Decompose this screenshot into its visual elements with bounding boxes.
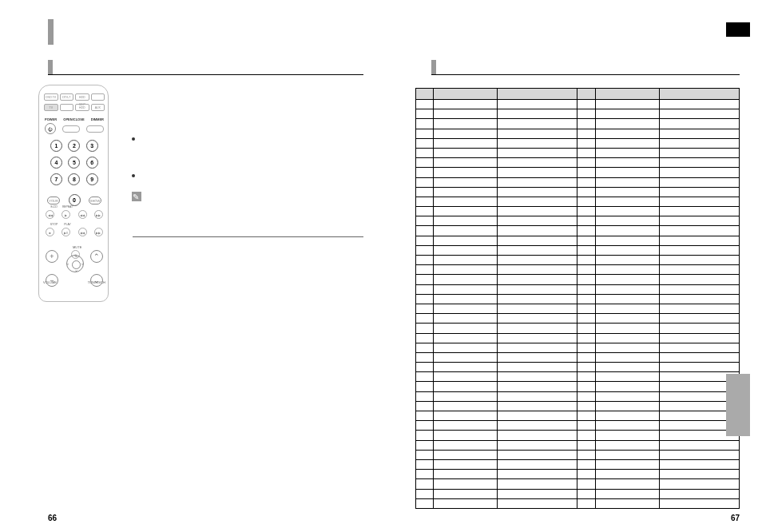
- remote-power-row: ⏻: [45, 123, 104, 134]
- remote-btn: AUX: [91, 104, 105, 111]
- table-cell: [498, 411, 577, 421]
- table-row: [416, 207, 740, 216]
- table-cell: [595, 304, 659, 313]
- table-row: [416, 168, 740, 177]
- num-7: 7: [50, 173, 62, 185]
- table-cell: [659, 207, 739, 216]
- table-cell: [577, 284, 595, 294]
- table-cell: [659, 187, 739, 197]
- table-cell: [416, 100, 434, 109]
- table-cell: [577, 382, 595, 391]
- table-cell: [416, 372, 434, 382]
- table-cell: [659, 275, 739, 284]
- th-no-1: [416, 89, 434, 100]
- table-cell: [498, 119, 577, 129]
- bullet-2: [132, 171, 363, 177]
- ch-down-icon: ⌄: [90, 274, 103, 287]
- table-cell: [416, 324, 434, 333]
- table-cell: [595, 333, 659, 343]
- table-row: [416, 216, 740, 226]
- table-cell: [498, 245, 577, 255]
- table-cell: [416, 119, 434, 129]
- table-row: [416, 324, 740, 333]
- table-cell: [577, 431, 595, 440]
- table-cell: [434, 148, 498, 157]
- table-cell: [577, 168, 595, 177]
- num-4: 4: [50, 157, 62, 169]
- remote-mid-row-2: ■ ▶II ◀◀ ▶▶: [46, 228, 103, 236]
- table-cell: [595, 314, 659, 324]
- table-cell: [416, 207, 434, 216]
- table-cell: [434, 256, 498, 265]
- note-row: [132, 192, 363, 201]
- table-cell: [498, 138, 577, 148]
- table-cell: [595, 100, 659, 109]
- table-cell: [595, 363, 659, 372]
- page-corner-mark: [726, 22, 750, 37]
- table-cell: [498, 459, 577, 469]
- table-cell: [434, 275, 498, 284]
- remote-btn: TV: [44, 104, 58, 111]
- table-cell: [416, 245, 434, 255]
- table-cell: [659, 265, 739, 275]
- table-cell: [595, 284, 659, 294]
- table-header-row: [416, 89, 740, 100]
- table-cell: [434, 421, 498, 431]
- remote-btn: ◀◀: [46, 210, 54, 219]
- table-cell: [416, 109, 434, 119]
- table-cell: [659, 148, 739, 157]
- table-cell: [434, 363, 498, 372]
- table-cell: [416, 304, 434, 313]
- table-row: [416, 236, 740, 245]
- table-row: [416, 109, 740, 119]
- table-cell: [498, 197, 577, 206]
- table-cell: [498, 431, 577, 440]
- remote-btn: HDD SKIP: [75, 93, 89, 101]
- table-row: [416, 459, 740, 469]
- vol-down-icon: −: [46, 274, 58, 287]
- table-cell: [595, 129, 659, 138]
- table-cell: [434, 109, 498, 119]
- left-body: [132, 134, 363, 201]
- table-cell: [577, 177, 595, 187]
- table-cell: [416, 421, 434, 431]
- power-label: POWER: [45, 117, 57, 121]
- table-cell: [595, 226, 659, 236]
- table-row: [416, 197, 740, 206]
- table-cell: [434, 100, 498, 109]
- table-cell: [498, 177, 577, 187]
- table-cell: [659, 363, 739, 372]
- table-cell: [498, 109, 577, 119]
- table-cell: [577, 245, 595, 255]
- table-row: [416, 343, 740, 352]
- table-row: [416, 294, 740, 304]
- table-row: [416, 431, 740, 440]
- table-row: [416, 265, 740, 275]
- table-cell: [595, 168, 659, 177]
- table-cell: [659, 236, 739, 245]
- table-cell: [595, 294, 659, 304]
- table-cell: [595, 197, 659, 206]
- th-code-1: [498, 89, 577, 100]
- table-cell: [498, 401, 577, 411]
- table-row: [416, 304, 740, 313]
- table-cell: [659, 216, 739, 226]
- mute-label: MUTE: [73, 245, 81, 249]
- table-cell: [416, 440, 434, 450]
- num-3: 3: [86, 140, 98, 152]
- table-cell: [416, 284, 434, 294]
- table-cell: [577, 275, 595, 284]
- table-cell: [659, 440, 739, 450]
- remote-btn: [62, 125, 80, 133]
- remote-mid-labels-2: STOP PLAY: [47, 223, 101, 226]
- right-section-rule: [431, 74, 740, 75]
- table-cell: [416, 148, 434, 157]
- table-cell: [577, 138, 595, 148]
- table-cell: [595, 372, 659, 382]
- page-number-right: 67: [731, 514, 740, 522]
- table-cell: [434, 450, 498, 459]
- table-cell: [577, 226, 595, 236]
- table-cell: [659, 470, 739, 479]
- table-cell: [498, 216, 577, 226]
- table-cell: [416, 401, 434, 411]
